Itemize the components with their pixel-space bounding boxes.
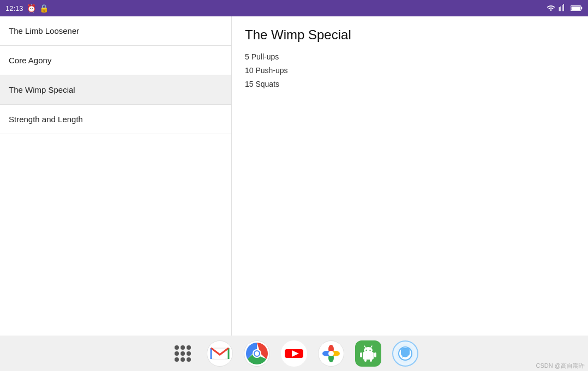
apps-grid-icon[interactable] xyxy=(170,340,196,367)
messages-app-icon[interactable] xyxy=(392,340,418,367)
battery-icon xyxy=(571,4,583,12)
status-bar-right xyxy=(547,4,583,13)
list-item-limb-loosener[interactable]: The Limb Loosener xyxy=(0,16,231,46)
svg-point-7 xyxy=(255,351,259,356)
list-item-core-agony[interactable]: Core Agony xyxy=(0,46,231,75)
photos-app-icon[interactable] xyxy=(318,340,344,367)
youtube-app-icon[interactable] xyxy=(281,340,307,367)
svg-line-21 xyxy=(364,346,365,348)
list-item-label: Core Agony xyxy=(9,56,51,65)
svg-point-16 xyxy=(328,351,334,356)
shield-icon: 🔒 xyxy=(39,4,49,13)
list-item-wimp-special[interactable]: The Wimp Special xyxy=(0,75,231,105)
list-item-label: The Wimp Special xyxy=(9,85,75,94)
gmail-svg xyxy=(210,346,230,361)
signal-icon xyxy=(559,4,567,13)
alarm-icon: ⏰ xyxy=(27,4,36,13)
time: 12:13 xyxy=(5,4,23,13)
youtube-svg xyxy=(283,342,305,365)
chrome-svg xyxy=(245,342,268,365)
dock xyxy=(0,336,588,371)
status-bar: 12:13 ⏰ 🔒 xyxy=(0,0,588,16)
svg-point-20 xyxy=(369,349,370,350)
list-item-label: Strength and Length xyxy=(9,115,83,124)
svg-point-18 xyxy=(364,347,373,354)
android-app-icon[interactable] xyxy=(355,340,381,367)
photos-svg xyxy=(320,343,342,364)
list-item-label: The Limb Loosener xyxy=(9,26,79,35)
main-area: The Limb Loosener Core Agony The Wimp Sp… xyxy=(0,16,588,336)
messages-svg xyxy=(395,344,415,363)
gmail-app-icon[interactable] xyxy=(207,340,233,367)
wifi-icon xyxy=(547,4,555,13)
svg-rect-23 xyxy=(360,352,362,357)
svg-rect-24 xyxy=(374,352,376,357)
svg-rect-25 xyxy=(364,359,367,362)
svg-point-19 xyxy=(365,349,367,350)
detail-panel: The Wimp Special 5 Pull-ups 10 Push-ups … xyxy=(232,16,588,336)
grid-dots xyxy=(175,345,191,362)
svg-rect-1 xyxy=(581,7,582,9)
detail-title: The Wimp Special xyxy=(245,27,575,43)
watermark: CSDN @高自期许 xyxy=(536,362,585,370)
svg-rect-2 xyxy=(571,7,580,10)
svg-rect-26 xyxy=(370,359,372,362)
svg-line-22 xyxy=(371,346,372,348)
detail-exercises: 5 Pull-ups 10 Push-ups 15 Squats xyxy=(245,50,575,92)
status-bar-left: 12:13 ⏰ 🔒 xyxy=(5,4,49,13)
exercise-item-3: 15 Squats xyxy=(245,77,575,91)
workout-list: The Limb Loosener Core Agony The Wimp Sp… xyxy=(0,16,232,336)
chrome-app-icon[interactable] xyxy=(244,340,270,367)
exercise-item-1: 5 Pull-ups xyxy=(245,50,575,64)
list-item-strength-length[interactable]: Strength and Length xyxy=(0,105,231,134)
exercise-item-2: 10 Push-ups xyxy=(245,64,575,77)
android-svg xyxy=(359,344,377,363)
